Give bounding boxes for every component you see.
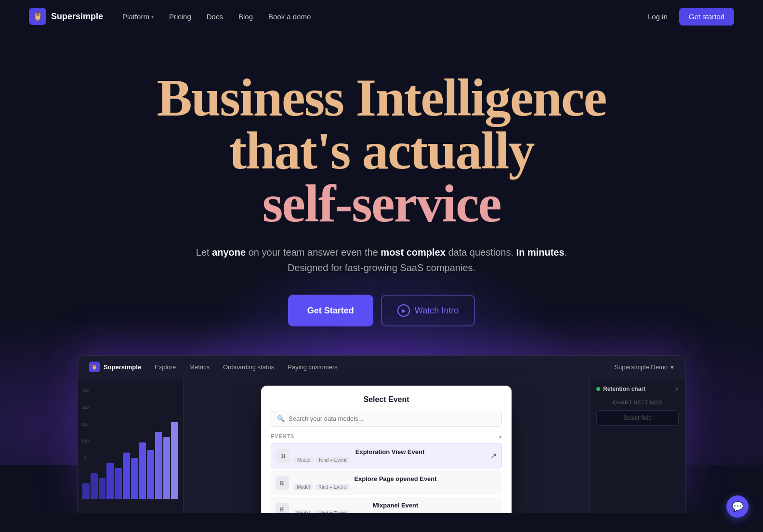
app-logo-icon: 🦉 <box>89 362 100 372</box>
chart-bar <box>131 458 138 499</box>
app-topbar-left: 🦉 Supersimple Explore Metrics Onboarding… <box>89 362 338 372</box>
chat-icon: 💬 <box>732 501 744 512</box>
event-tags: Model Kind = Event <box>294 457 486 463</box>
close-icon[interactable]: × <box>675 385 679 393</box>
modal-title: Select Event <box>271 395 502 404</box>
event-tags: Model Kind = Event <box>294 510 497 513</box>
chart-bar <box>115 468 122 499</box>
nav-platform[interactable]: Platform ▾ <box>122 13 154 21</box>
nav-left: 🦉 Supersimple Platform ▾ Pricing Docs Bl… <box>29 8 311 25</box>
app-topbar: 🦉 Supersimple Explore Metrics Onboarding… <box>78 356 685 378</box>
logo-text: Supersimple <box>51 12 103 22</box>
active-indicator <box>596 387 600 391</box>
event-tags: Model Kind = Event <box>294 484 497 490</box>
app-nav-metrics[interactable]: Metrics <box>189 363 210 371</box>
chart-bar <box>171 422 178 499</box>
event-item-exploration[interactable]: ⊞ Exploration View Event Model Kind = Ev… <box>271 443 502 468</box>
app-workspace: Supersimple Demo ▾ <box>614 363 674 371</box>
app-chart-sidebar: 400 300 200 100 0 <box>78 378 184 513</box>
event-icon: ⊞ <box>276 503 289 514</box>
search-icon: 🔍 <box>277 415 285 422</box>
hero-title: Business Intelligence that's actually se… <box>29 71 734 230</box>
hero-subtitle: Let anyone on your team answer even the … <box>29 245 734 275</box>
panel-title-row: Retention chart <box>596 386 645 392</box>
app-preview: 🦉 Supersimple Explore Metrics Onboarding… <box>77 355 686 513</box>
chart-bar <box>123 453 130 499</box>
play-icon: ▶ <box>397 304 410 317</box>
panel-header: Retention chart × <box>596 385 679 393</box>
nav-pricing[interactable]: Pricing <box>169 13 191 21</box>
modal-search-bar[interactable]: 🔍 <box>271 411 502 427</box>
watch-intro-button[interactable]: ▶ Watch Intro <box>381 295 475 326</box>
chart-bars <box>82 422 178 499</box>
app-nav-onboarding[interactable]: Onboarding status <box>223 363 274 371</box>
event-icon: ⊞ <box>276 476 289 490</box>
cursor-icon: ↗ <box>490 451 497 460</box>
app-nav-paying[interactable]: Paying customers <box>288 363 337 371</box>
event-icon: ⊞ <box>276 449 289 463</box>
chevron-up-icon: ▴ <box>499 434 502 439</box>
chevron-down-icon: ▾ <box>671 363 674 371</box>
logo[interactable]: 🦉 Supersimple <box>29 8 103 25</box>
event-info: Exploration View Event Model Kind = Even… <box>294 448 486 463</box>
nav-links: Platform ▾ Pricing Docs Blog Book a demo <box>122 13 311 21</box>
event-info: Explore Page opened Event Model Kind = E… <box>294 475 497 490</box>
panel-settings-label: CHART SETTINGS <box>596 400 679 405</box>
app-main: 400 300 200 100 0 Select Event 🔍 <box>78 378 685 513</box>
chart-bar <box>155 432 162 499</box>
app-nav-explore[interactable]: Explore <box>155 363 176 371</box>
app-center: Select Event 🔍 EVENTS ▴ ⊞ <box>184 378 589 513</box>
get-started-button[interactable]: Get Started <box>288 295 373 326</box>
navigation: 🦉 Supersimple Platform ▾ Pricing Docs Bl… <box>0 0 763 33</box>
chart-bar <box>147 450 154 499</box>
login-button[interactable]: Log in <box>648 13 668 21</box>
app-logo: 🦉 Supersimple <box>89 362 141 372</box>
nav-blog[interactable]: Blog <box>238 13 253 21</box>
get-started-nav-button[interactable]: Get started <box>679 8 734 26</box>
hero-buttons: Get Started ▶ Watch Intro <box>29 295 734 326</box>
nav-book-demo[interactable]: Book a demo <box>268 13 311 21</box>
logo-icon: 🦉 <box>29 8 46 25</box>
chart-bar <box>99 478 106 499</box>
event-item-explore-page[interactable]: ⊞ Explore Page opened Event Model Kind =… <box>271 470 502 495</box>
events-section-label: EVENTS ▴ <box>271 433 502 439</box>
panel-select-field[interactable]: Select field <box>596 410 679 426</box>
chart-bar <box>106 463 114 499</box>
chart-bar <box>82 483 90 499</box>
chart-bar <box>91 473 98 499</box>
event-item-mixpanel[interactable]: ⊞ Mixpanel Event Model Kind = Event <box>271 497 502 513</box>
app-right-panel: Retention chart × CHART SETTINGS Select … <box>589 378 685 513</box>
nav-right: Log in Get started <box>648 8 734 26</box>
select-event-modal: Select Event 🔍 EVENTS ▴ ⊞ <box>261 386 512 513</box>
chevron-down-icon: ▾ <box>151 14 154 19</box>
event-info: Mixpanel Event Model Kind = Event <box>294 502 497 513</box>
search-input[interactable] <box>289 415 496 422</box>
hero-section: Business Intelligence that's actually se… <box>0 33 763 513</box>
chat-button[interactable]: 💬 <box>726 495 749 518</box>
nav-docs[interactable]: Docs <box>207 13 223 21</box>
hero-content: Business Intelligence that's actually se… <box>29 71 734 513</box>
chart-bar <box>163 437 171 499</box>
chart-bar <box>139 442 146 499</box>
